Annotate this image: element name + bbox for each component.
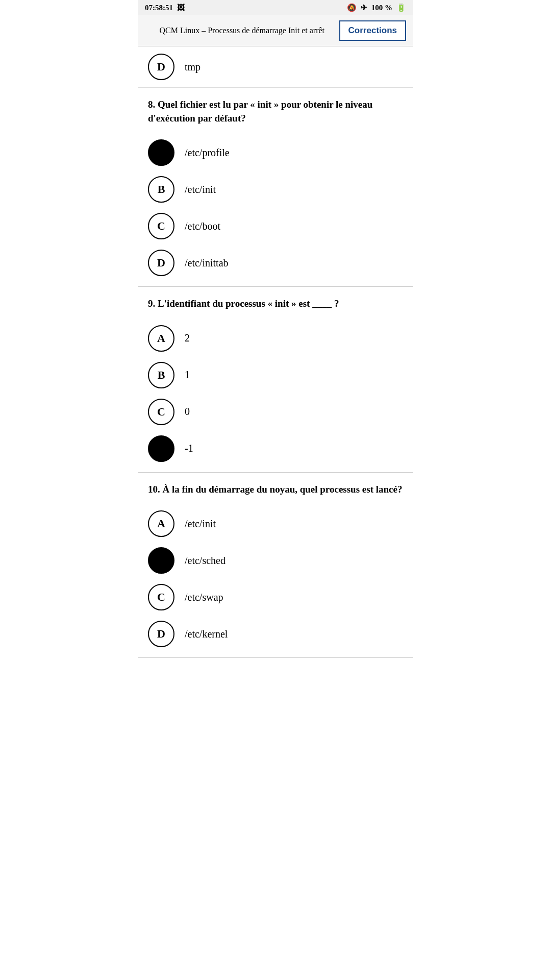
option-circle-8-C: C (148, 213, 174, 239)
option-10-C[interactable]: C/etc/swap (148, 579, 403, 616)
option-label-9-C: 0 (185, 406, 190, 418)
option-10-B[interactable]: /etc/sched (148, 542, 403, 579)
question-text-9: 9. L'identifiant du processus « init » e… (148, 297, 403, 311)
partial-answer-d: D tmp (138, 46, 413, 88)
option-label-9-B: 1 (185, 369, 190, 381)
airplane-icon: ✈ (361, 3, 367, 12)
question-9: 9. L'identifiant du processus « init » e… (138, 287, 413, 473)
option-label-8-C: /etc/boot (185, 220, 220, 232)
status-left: 07:58:51 🖼 (145, 4, 185, 12)
option-label-10-A: /etc/init (185, 518, 216, 530)
option-circle-8-D: D (148, 250, 174, 276)
option-8-C[interactable]: C/etc/boot (148, 208, 403, 244)
option-10-A[interactable]: A/etc/init (148, 505, 403, 542)
option-8-D[interactable]: D/etc/inittab (148, 244, 403, 281)
option-label-10-C: /etc/swap (185, 592, 223, 603)
option-label-10-D: /etc/kernel (185, 628, 228, 640)
option-8-B[interactable]: B/etc/init (148, 171, 403, 208)
questions-container: 8. Quel fichier est lu par « init » pour… (138, 88, 413, 658)
option-label-9-D: -1 (185, 443, 193, 454)
option-label-10-B: /etc/sched (185, 555, 226, 567)
option-9-D[interactable]: -1 (148, 430, 403, 467)
option-9-B[interactable]: B1 (148, 357, 403, 394)
question-8: 8. Quel fichier est lu par « init » pour… (138, 88, 413, 287)
photo-icon: 🖼 (177, 4, 185, 12)
option-text-d-partial: tmp (185, 61, 201, 73)
app-header: QCM Linux – Processus de démarrage Init … (138, 15, 413, 46)
option-10-D[interactable]: D/etc/kernel (148, 616, 403, 652)
battery-display: 100 % (371, 4, 392, 12)
bell-off-icon: 🔕 (347, 3, 357, 12)
battery-icon: 🔋 (396, 3, 406, 12)
status-right: 🔕 ✈ 100 % 🔋 (347, 3, 406, 12)
header-title: QCM Linux – Processus de démarrage Init … (145, 26, 339, 36)
quiz-content: D tmp 8. Quel fichier est lu par « init … (138, 46, 413, 658)
status-bar: 07:58:51 🖼 🔕 ✈ 100 % 🔋 (138, 0, 413, 15)
option-circle-d-partial: D (148, 54, 174, 80)
option-circle-9-A: A (148, 325, 174, 352)
option-circle-10-D: D (148, 621, 174, 647)
option-circle-9-C: C (148, 399, 174, 425)
option-label-8-D: /etc/inittab (185, 257, 229, 269)
option-circle-10-C: C (148, 584, 174, 610)
option-9-C[interactable]: C0 (148, 394, 403, 430)
corrections-button[interactable]: Corrections (339, 20, 406, 41)
option-circle-8-B: B (148, 176, 174, 203)
option-9-A[interactable]: A2 (148, 320, 403, 357)
question-10: 10. À la fin du démarrage du noyau, quel… (138, 473, 413, 658)
option-circle-8-A (148, 139, 174, 166)
option-circle-9-B: B (148, 362, 174, 388)
option-circle-10-A: A (148, 510, 174, 537)
option-label-8-A: /etc/profile (185, 147, 230, 159)
question-text-10: 10. À la fin du démarrage du noyau, quel… (148, 483, 403, 497)
option-8-A[interactable]: /etc/profile (148, 134, 403, 171)
option-label-9-A: 2 (185, 332, 190, 344)
option-label-8-B: /etc/init (185, 184, 216, 195)
option-circle-10-B (148, 547, 174, 574)
time-display: 07:58:51 (145, 4, 173, 12)
option-circle-9-D (148, 435, 174, 462)
question-text-8: 8. Quel fichier est lu par « init » pour… (148, 98, 403, 125)
